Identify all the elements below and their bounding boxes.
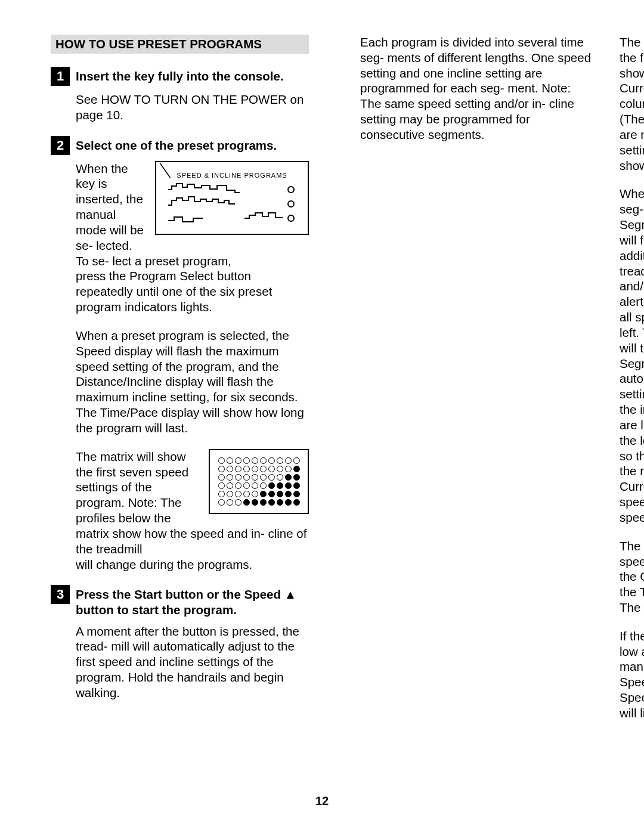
matrix-dot-icon [227,482,233,489]
matrix-dot-icon [268,491,275,497]
matrix-dot-icon [235,466,242,472]
matrix-dot-icon [252,474,258,481]
matrix-dot-icon [235,491,242,497]
matrix-dot-icon [235,474,242,481]
step-3-heading: Press the Start button or the Speed ▲ bu… [76,585,309,617]
matrix-dot-icon [268,474,275,481]
step-1-heading: Insert the key fully into the console. [76,67,284,84]
step-3: 3 Press the Start button or the Speed ▲ … [51,585,309,617]
page-number: 12 [0,794,644,808]
matrix-dot-icon [277,474,283,481]
matrix-dot-icon [252,499,258,506]
matrix-figure-small [209,449,309,514]
step-2-para-3b: will change during the programs. [76,557,309,572]
matrix-dot-icon [285,466,292,472]
selector-dot-icon [287,186,295,193]
matrix-dot-icon [227,466,233,472]
step-1: 1 Insert the key fully into the console. [51,67,309,86]
step-2-para-2: When a preset program is selected, the S… [76,328,309,436]
step-2-heading: Select one of the preset programs. [76,136,277,153]
matrix-dot-icon [218,466,225,472]
selector-dot-icon [287,200,295,208]
matrix-dot-icon [293,466,300,472]
matrix-dot-icon [235,482,242,489]
matrix-dot-icon [277,482,283,489]
selector-dot-icon [287,215,295,222]
matrix-dot-icon [285,474,292,481]
matrix-dot-icon [227,457,233,464]
matrix-dot-icon [277,499,283,506]
matrix-dot-icon [260,482,267,489]
matrix-dot-icon [260,474,267,481]
matrix-dot-icon [243,466,250,472]
matrix-dot-icon [268,482,275,489]
matrix-dot-icon [252,466,258,472]
page-content: HOW TO USE PRESET PROGRAMS 1 Insert the … [0,0,644,733]
step-1-para-1: See HOW TO TURN ON THE POWER on page 10. [76,92,309,123]
matrix-dot-icon [293,499,300,506]
matrix-dot-icon [285,499,292,506]
matrix-dot-icon [243,457,250,464]
matrix-dot-icon [293,457,300,464]
programs-figure: SPEED & INCLINE PROGRAMS [155,161,309,235]
matrix-dot-icon [243,499,250,506]
matrix-dot-icon [293,474,300,481]
matrix-dot-icon [268,466,275,472]
right-para-3: The program will continue in this way un… [620,538,644,615]
matrix-dot-icon [218,491,225,497]
matrix-dot-icon [277,457,283,464]
matrix-dot-icon [260,499,267,506]
matrix-dot-icon [268,457,275,464]
matrix-dot-icon [293,491,300,497]
right-para-2: When only three seconds remain in the fi… [620,186,644,525]
programs-profiles-icon [167,180,299,230]
matrix-dot-icon [227,499,233,506]
matrix-dot-icon [260,491,267,497]
matrix-dot-icon [218,457,225,464]
matrix-dot-icon [260,466,267,472]
matrix-dot-icon [218,482,225,489]
matrix-dot-icon [235,457,242,464]
step-2-body: SPEED & INCLINE PROGRAMS [76,161,309,572]
matrix-dot-icon [285,482,292,489]
matrix-dot-icon [285,457,292,464]
step-2-para-1b: press the Program Select button repeated… [76,268,309,314]
right-col-block-1: Current Segment The speed setting for th… [620,35,644,173]
matrix-dot-icon [227,474,233,481]
matrix-dot-icon [268,499,275,506]
matrix-dot-icon [285,491,292,497]
matrix-dot-icon [227,491,233,497]
matrix-dot-icon [235,499,242,506]
matrix-dot-icon [243,474,250,481]
right-para-1b: shown in the seven columns to the right. [620,158,644,174]
step-3-para-1: A moment after the button is pressed, th… [76,624,309,701]
matrix-dot-icon [218,474,225,481]
step-number-3: 3 [51,585,70,604]
step-2: 2 Select one of the preset programs. [51,136,309,155]
step-number-1: 1 [51,67,70,86]
matrix-dot-icon [260,457,267,464]
right-para-1a: The speed setting for the first segment … [620,35,644,157]
matrix-dot-icon [252,482,258,489]
matrix-dot-icon [243,482,250,489]
step-number-2: 2 [51,136,70,155]
matrix-dot-icon [293,482,300,489]
matrix-dot-icon [277,466,283,472]
section-title: HOW TO USE PRESET PROGRAMS [51,35,309,54]
matrix-dot-icon [252,457,258,464]
matrix-dot-icon [218,499,225,506]
matrix-dot-icon [277,491,283,497]
step-1-body: See HOW TO TURN ON THE POWER on page 10. [76,92,309,123]
matrix-dot-icon [252,491,258,497]
step-3-para-2: Each program is divided into several tim… [360,35,593,143]
matrix-dot-icon [243,491,250,497]
